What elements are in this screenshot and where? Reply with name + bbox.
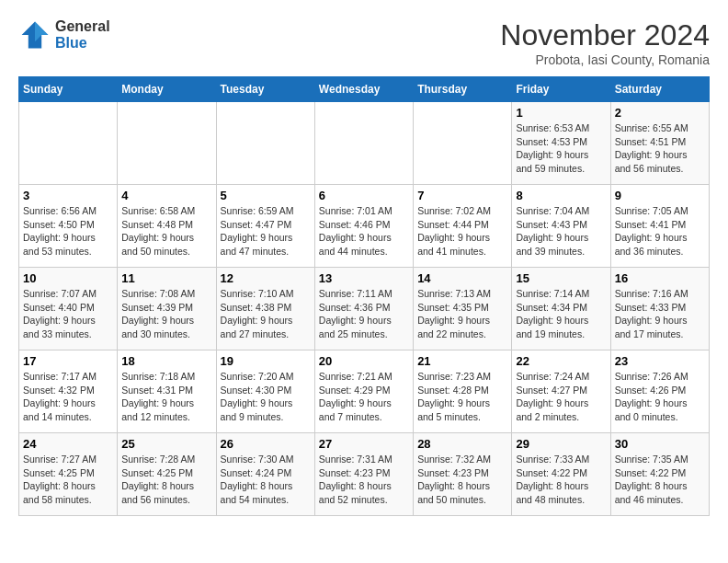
day-info: Sunrise: 7:04 AM Sunset: 4:43 PM Dayligh…: [516, 204, 606, 259]
day-info: Sunrise: 7:31 AM Sunset: 4:23 PM Dayligh…: [319, 453, 409, 507]
day-cell: 12Sunrise: 7:10 AM Sunset: 4:38 PM Dayli…: [216, 268, 314, 350]
day-number: 21: [417, 354, 507, 368]
day-cell: 6Sunrise: 7:01 AM Sunset: 4:46 PM Daylig…: [314, 185, 413, 268]
day-info: Sunrise: 7:02 AM Sunset: 4:44 PM Dayligh…: [417, 204, 507, 259]
day-number: 19: [221, 354, 311, 368]
day-info: Sunrise: 7:35 AM Sunset: 4:22 PM Dayligh…: [615, 453, 705, 507]
day-number: 12: [221, 271, 311, 285]
day-cell: 27Sunrise: 7:31 AM Sunset: 4:23 PM Dayli…: [314, 433, 413, 516]
day-number: 28: [417, 437, 507, 451]
day-number: 8: [516, 189, 606, 202]
day-info: Sunrise: 7:23 AM Sunset: 4:28 PM Dayligh…: [417, 370, 507, 424]
day-cell: 13Sunrise: 7:11 AM Sunset: 4:36 PM Dayli…: [314, 268, 413, 350]
calendar-body: 1Sunrise: 6:53 AM Sunset: 4:53 PM Daylig…: [19, 102, 710, 516]
day-header-tuesday: Tuesday: [216, 77, 314, 102]
day-cell: 25Sunrise: 7:28 AM Sunset: 4:25 PM Dayli…: [118, 433, 216, 516]
day-number: 9: [615, 189, 705, 202]
day-info: Sunrise: 7:21 AM Sunset: 4:29 PM Dayligh…: [319, 370, 409, 424]
day-number: 11: [121, 271, 211, 285]
day-info: Sunrise: 7:13 AM Sunset: 4:35 PM Dayligh…: [417, 287, 507, 341]
day-cell: 10Sunrise: 7:07 AM Sunset: 4:40 PM Dayli…: [19, 268, 118, 350]
day-info: Sunrise: 7:10 AM Sunset: 4:38 PM Dayligh…: [221, 287, 311, 341]
day-cell: 26Sunrise: 7:30 AM Sunset: 4:24 PM Dayli…: [216, 433, 314, 516]
day-cell: [216, 102, 314, 185]
logo-icon: [18, 18, 51, 52]
day-number: 16: [615, 271, 705, 285]
logo: General Blue: [18, 18, 110, 52]
day-info: Sunrise: 7:08 AM Sunset: 4:39 PM Dayligh…: [121, 287, 211, 341]
day-number: 25: [121, 437, 211, 451]
day-header-wednesday: Wednesday: [314, 77, 413, 102]
day-info: Sunrise: 7:20 AM Sunset: 4:30 PM Dayligh…: [221, 370, 311, 424]
day-info: Sunrise: 6:55 AM Sunset: 4:51 PM Dayligh…: [615, 121, 705, 176]
day-number: 27: [319, 437, 409, 451]
day-header-sunday: Sunday: [19, 77, 118, 102]
day-info: Sunrise: 7:33 AM Sunset: 4:22 PM Dayligh…: [516, 453, 606, 507]
day-cell: 3Sunrise: 6:56 AM Sunset: 4:50 PM Daylig…: [19, 185, 118, 268]
day-number: 14: [417, 271, 507, 285]
day-header-saturday: Saturday: [610, 77, 709, 102]
day-cell: 16Sunrise: 7:16 AM Sunset: 4:33 PM Dayli…: [610, 268, 709, 350]
day-number: 15: [516, 271, 606, 285]
day-cell: 19Sunrise: 7:20 AM Sunset: 4:30 PM Dayli…: [216, 350, 314, 433]
logo-line2: Blue: [55, 35, 110, 52]
calendar-table: SundayMondayTuesdayWednesdayThursdayFrid…: [18, 76, 710, 516]
day-info: Sunrise: 7:26 AM Sunset: 4:26 PM Dayligh…: [615, 370, 705, 424]
day-number: 30: [615, 437, 705, 451]
day-cell: 5Sunrise: 6:59 AM Sunset: 4:47 PM Daylig…: [216, 185, 314, 268]
day-cell: 11Sunrise: 7:08 AM Sunset: 4:39 PM Dayli…: [118, 268, 216, 350]
day-cell: 14Sunrise: 7:13 AM Sunset: 4:35 PM Dayli…: [414, 268, 512, 350]
day-number: 4: [121, 189, 211, 202]
day-info: Sunrise: 7:01 AM Sunset: 4:46 PM Dayligh…: [319, 204, 409, 259]
day-cell: 29Sunrise: 7:33 AM Sunset: 4:22 PM Dayli…: [512, 433, 610, 516]
day-cell: 2Sunrise: 6:55 AM Sunset: 4:51 PM Daylig…: [610, 102, 709, 185]
day-cell: 8Sunrise: 7:04 AM Sunset: 4:43 PM Daylig…: [512, 185, 610, 268]
day-cell: 23Sunrise: 7:26 AM Sunset: 4:26 PM Dayli…: [610, 350, 709, 433]
day-info: Sunrise: 7:17 AM Sunset: 4:32 PM Dayligh…: [23, 370, 113, 424]
day-number: 23: [615, 354, 705, 368]
day-number: 22: [516, 354, 606, 368]
title-area: November 2024 Probota, Iasi County, Roma…: [500, 18, 710, 67]
day-info: Sunrise: 7:30 AM Sunset: 4:24 PM Dayligh…: [221, 453, 311, 507]
day-info: Sunrise: 7:07 AM Sunset: 4:40 PM Dayligh…: [23, 287, 113, 341]
day-header-friday: Friday: [512, 77, 610, 102]
day-number: 2: [615, 106, 705, 120]
week-row-1: 1Sunrise: 6:53 AM Sunset: 4:53 PM Daylig…: [19, 102, 710, 185]
day-cell: 17Sunrise: 7:17 AM Sunset: 4:32 PM Dayli…: [19, 350, 118, 433]
day-info: Sunrise: 7:05 AM Sunset: 4:41 PM Dayligh…: [615, 204, 705, 259]
day-info: Sunrise: 6:58 AM Sunset: 4:48 PM Dayligh…: [121, 204, 211, 259]
day-cell: 22Sunrise: 7:24 AM Sunset: 4:27 PM Dayli…: [512, 350, 610, 433]
location-subtitle: Probota, Iasi County, Romania: [500, 52, 710, 67]
day-info: Sunrise: 6:59 AM Sunset: 4:47 PM Dayligh…: [221, 204, 311, 259]
day-cell: [414, 102, 512, 185]
day-cell: 15Sunrise: 7:14 AM Sunset: 4:34 PM Dayli…: [512, 268, 610, 350]
day-cell: 18Sunrise: 7:18 AM Sunset: 4:31 PM Dayli…: [118, 350, 216, 433]
day-number: 10: [23, 271, 113, 285]
day-cell: 21Sunrise: 7:23 AM Sunset: 4:28 PM Dayli…: [414, 350, 512, 433]
day-cell: 4Sunrise: 6:58 AM Sunset: 4:48 PM Daylig…: [118, 185, 216, 268]
day-number: 29: [516, 437, 606, 451]
logo-text: General Blue: [55, 18, 110, 52]
day-number: 1: [516, 106, 606, 120]
day-header-thursday: Thursday: [414, 77, 512, 102]
week-row-5: 24Sunrise: 7:27 AM Sunset: 4:25 PM Dayli…: [19, 433, 710, 516]
day-info: Sunrise: 7:28 AM Sunset: 4:25 PM Dayligh…: [121, 453, 211, 507]
logo-line1: General: [55, 18, 110, 35]
week-row-3: 10Sunrise: 7:07 AM Sunset: 4:40 PM Dayli…: [19, 268, 710, 350]
day-info: Sunrise: 7:16 AM Sunset: 4:33 PM Dayligh…: [615, 287, 705, 341]
day-number: 18: [121, 354, 211, 368]
day-cell: [118, 102, 216, 185]
day-number: 5: [221, 189, 311, 202]
day-info: Sunrise: 7:32 AM Sunset: 4:23 PM Dayligh…: [417, 453, 507, 507]
day-number: 24: [23, 437, 113, 451]
day-cell: 30Sunrise: 7:35 AM Sunset: 4:22 PM Dayli…: [610, 433, 709, 516]
day-cell: 24Sunrise: 7:27 AM Sunset: 4:25 PM Dayli…: [19, 433, 118, 516]
day-cell: 20Sunrise: 7:21 AM Sunset: 4:29 PM Dayli…: [314, 350, 413, 433]
day-number: 13: [319, 271, 409, 285]
day-cell: 9Sunrise: 7:05 AM Sunset: 4:41 PM Daylig…: [610, 185, 709, 268]
day-info: Sunrise: 6:56 AM Sunset: 4:50 PM Dayligh…: [23, 204, 113, 259]
day-cell: [19, 102, 118, 185]
day-info: Sunrise: 7:11 AM Sunset: 4:36 PM Dayligh…: [319, 287, 409, 341]
week-row-4: 17Sunrise: 7:17 AM Sunset: 4:32 PM Dayli…: [19, 350, 710, 433]
day-info: Sunrise: 7:24 AM Sunset: 4:27 PM Dayligh…: [516, 370, 606, 424]
